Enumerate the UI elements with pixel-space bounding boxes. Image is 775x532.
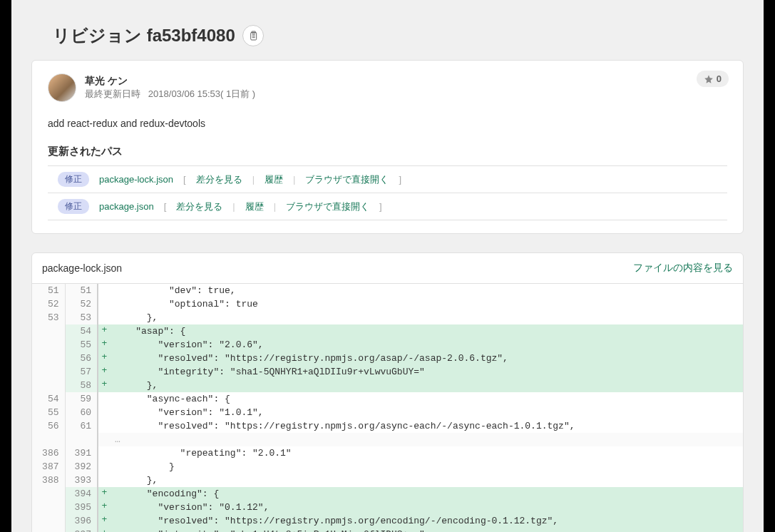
old-line-number: [32, 324, 65, 338]
code-line: "encoding": {: [111, 487, 743, 501]
view-file-content-link[interactable]: ファイルの内容を見る: [633, 262, 733, 275]
new-line-number: 54: [65, 324, 98, 338]
old-line-number: [32, 433, 65, 446]
diff-mark: +: [98, 501, 111, 514]
old-line-number: [32, 528, 65, 532]
diff-row: 5353 },: [32, 311, 743, 324]
code-line: "asap": {: [111, 324, 743, 338]
old-line-number: 388: [32, 474, 65, 487]
code-line: "version": "0.1.12",: [111, 501, 743, 514]
new-line-number: 56: [65, 352, 98, 365]
diff-link[interactable]: 差分を見る: [196, 173, 242, 186]
diff-mark: +: [98, 324, 111, 338]
diff-row: 397+ "integrity": "sha1-U4tm8+5izRq1HsMj…: [32, 528, 743, 532]
code-line: "version": "1.0.1",: [111, 406, 743, 419]
old-line-number: 56: [32, 419, 65, 433]
old-line-number: [32, 379, 65, 392]
code-line: "dev": true,: [111, 284, 743, 297]
history-link[interactable]: 履歴: [265, 173, 283, 186]
file-link[interactable]: package-lock.json: [99, 174, 173, 185]
commit-card: 0 草光 ケン 最終更新日時 2018/03/06 15:53( 1日前 ) a…: [31, 60, 744, 234]
updated-paths-title: 更新されたパス: [48, 145, 727, 158]
new-line-number: 59: [65, 392, 98, 406]
new-line-number: 55: [65, 338, 98, 352]
old-line-number: [32, 514, 65, 528]
new-line-number: 52: [65, 297, 98, 311]
code-line: "resolved": "https://registry.npmjs.org/…: [111, 419, 743, 433]
code-line: "optional": true: [111, 297, 743, 311]
old-line-number: 52: [32, 297, 65, 311]
diff-mark: +: [98, 528, 111, 532]
diff-row: 387392 }: [32, 460, 743, 474]
code-line: "resolved": "https://registry.npmjs.org/…: [111, 514, 743, 528]
diff-table: 5151 "dev": true,5252 "optional": true53…: [32, 284, 743, 532]
new-line-number: [65, 433, 98, 446]
diff-mark: [98, 474, 111, 487]
diff-mark: [98, 311, 111, 324]
diff-mark: +: [98, 365, 111, 379]
old-line-number: [32, 365, 65, 379]
diff-card: package-lock.json ファイルの内容を見る 5151 "dev":…: [31, 252, 744, 532]
new-line-number: 397: [65, 528, 98, 532]
new-line-number: 57: [65, 365, 98, 379]
diff-row: …: [32, 433, 743, 446]
new-line-number: 60: [65, 406, 98, 419]
open-link[interactable]: ブラウザで直接開く: [286, 200, 369, 213]
code-line: },: [111, 379, 743, 392]
copy-revision-button[interactable]: [242, 25, 264, 46]
diff-mark: [98, 419, 111, 433]
diff-mark: [98, 284, 111, 297]
diff-mark: [98, 297, 111, 311]
diff-mark: +: [98, 352, 111, 365]
diff-mark: [98, 446, 111, 460]
diff-row: 57+ "integrity": "sha1-5QNHYR1+aQlDIIu9r…: [32, 365, 743, 379]
code-line: },: [111, 311, 743, 324]
new-line-number: 51: [65, 284, 98, 297]
avatar: [48, 73, 76, 102]
diff-mark: +: [98, 514, 111, 528]
old-line-number: 387: [32, 460, 65, 474]
diff-row: 395+ "version": "0.1.12",: [32, 501, 743, 514]
star-icon: [704, 74, 714, 84]
diff-mark: [98, 392, 111, 406]
old-line-number: [32, 352, 65, 365]
mod-tag: 修正: [58, 172, 89, 187]
file-link[interactable]: package.json: [99, 201, 154, 212]
diff-row: 5459 "async-each": {: [32, 392, 743, 406]
code-line: "integrity": "sha1-U4tm8+5izRq1HsMjgp0fl…: [111, 528, 743, 532]
commit-message: add react-redux and redux-devtools: [48, 118, 727, 129]
star-badge[interactable]: 0: [697, 71, 729, 87]
open-link[interactable]: ブラウザで直接開く: [305, 173, 389, 186]
diff-row: 5560 "version": "1.0.1",: [32, 406, 743, 419]
clipboard-icon: [247, 30, 259, 41]
diff-link[interactable]: 差分を見る: [176, 200, 222, 213]
new-line-number: 391: [65, 446, 98, 460]
code-line: },: [111, 474, 743, 487]
diff-mark: [98, 406, 111, 419]
diff-mark: +: [98, 379, 111, 392]
code-line: }: [111, 460, 743, 474]
old-line-number: [32, 338, 65, 352]
author-meta: 最終更新日時 2018/03/06 15:53( 1日前 ): [85, 88, 255, 101]
diff-row: 386391 "repeating": "2.0.1": [32, 446, 743, 460]
new-line-number: 58: [65, 379, 98, 392]
old-line-number: 55: [32, 406, 65, 419]
diff-row: 396+ "resolved": "https://registry.npmjs…: [32, 514, 743, 528]
path-row: 修正package-lock.json[差分を見る|履歴|ブラウザで直接開く]: [48, 165, 727, 193]
diff-row: 5252 "optional": true: [32, 297, 743, 311]
new-line-number: 393: [65, 474, 98, 487]
history-link[interactable]: 履歴: [245, 200, 264, 213]
old-line-number: [32, 501, 65, 514]
diff-row: 58+ },: [32, 379, 743, 392]
diff-mark: +: [98, 487, 111, 501]
page-title: リビジョン fa53bf4080: [53, 24, 235, 47]
diff-row: 5661 "resolved": "https://registry.npmjs…: [32, 419, 743, 433]
diff-row: 394+ "encoding": {: [32, 487, 743, 501]
code-line: "version": "2.0.6",: [111, 338, 743, 352]
new-line-number: 53: [65, 311, 98, 324]
old-line-number: [32, 487, 65, 501]
diff-mark: +: [98, 338, 111, 352]
new-line-number: 392: [65, 460, 98, 474]
diff-row: 388393 },: [32, 474, 743, 487]
diff-row: 54+ "asap": {: [32, 324, 743, 338]
